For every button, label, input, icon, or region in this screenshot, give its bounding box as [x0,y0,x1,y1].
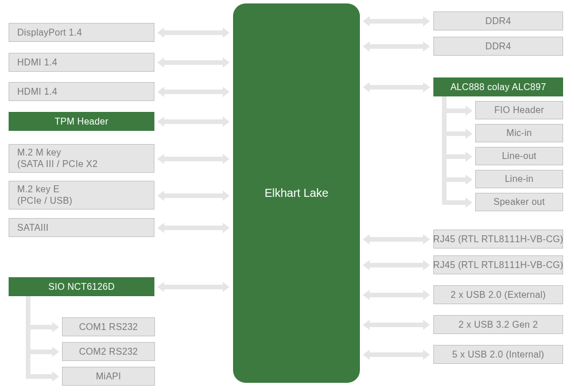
box-usb32: 2 x USB 3.2 Gen 2 [433,315,563,334]
box-audio-codec: ALC888 colay ALC897 [433,77,563,96]
arrow-m2e [157,193,230,199]
arrow-usb20e [363,292,430,298]
box-hdmi-2: HDMI 1.4 [9,82,154,101]
audio-branch-linein [442,177,472,183]
box-rj45-a: RJ45 (RTL RTL8111H-VB-CG) [433,230,563,249]
arrow-usb20i [363,352,430,358]
arrow-tpm [157,119,230,125]
sio-branch-com1 [26,324,59,330]
audio-branch-lineout [442,154,472,160]
arrow-audio [363,84,430,90]
box-sio: SIO NCT6126D [9,277,154,296]
sio-stem [26,296,30,378]
box-fio-header: FIO Header [475,101,563,119]
box-displayport: DisplayPort 1.4 [9,23,154,42]
arrow-dp [157,30,230,36]
arrow-sata [157,225,230,231]
arrow-hdmi1 [157,60,230,65]
audio-branch-mic [442,131,472,137]
box-line-out: Line-out [475,147,563,165]
box-ddr4-a: DDR4 [433,11,563,30]
box-hdmi-1: HDMI 1.4 [9,53,154,72]
arrow-usb32 [363,322,430,328]
box-line-in: Line-in [475,170,563,188]
arrow-rj45b [363,262,430,268]
sio-branch-com2 [26,349,59,355]
arrow-hdmi2 [157,89,230,95]
box-miapi: MiAPI [62,367,155,386]
cpu-block: Elkhart Lake [233,3,360,383]
box-sata3: SATAIII [9,218,154,237]
audio-branch-spk [442,200,472,205]
arrow-ddr4a [363,18,430,24]
box-speaker-out: Speaker out [475,193,563,211]
cpu-label: Elkhart Lake [265,187,328,200]
box-com2: COM2 RS232 [62,342,155,361]
sio-branch-miapi [26,374,59,379]
box-rj45-b: RJ45 (RTL RTL8111H-VB-CG) [433,255,563,274]
arrow-ddr4b [363,44,430,49]
box-tpm-header: TPM Header [9,112,154,131]
box-com1: COM1 RS232 [62,317,155,336]
arrow-rj45a [363,236,430,242]
arrow-m2m [157,156,230,162]
box-m2-key-e: M.2 key E (PCIe / USB) [9,181,154,209]
arrow-sio [157,284,230,290]
box-m2-m-key: M.2 M key (SATA III / PCIe X2 [9,144,154,173]
box-usb20-int: 5 x USB 2.0 (Internal) [433,345,563,364]
audio-branch-fio [442,108,472,114]
box-ddr4-b: DDR4 [433,37,563,56]
box-mic-in: Mic-in [475,124,563,142]
box-usb20-ext: 2 x USB 2.0 (External) [433,285,563,304]
